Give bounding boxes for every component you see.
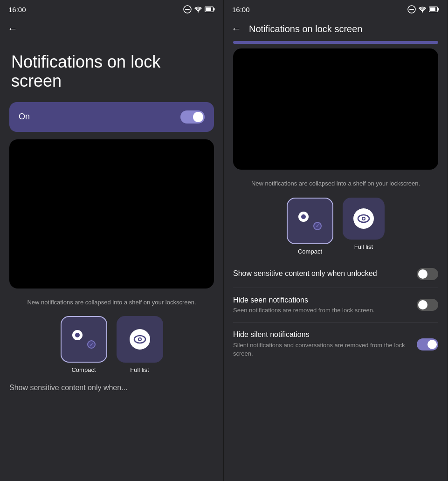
option-cards-right: ✓ Compact Full list [224,192,448,261]
setting-subtitle-hide-seen: Seen notifications are removed from the … [233,306,412,315]
full-list-card-box-left[interactable] [117,316,163,363]
cutoff-text-left: Show sensitive content only when... [0,379,223,392]
setting-row-hide-seen: Hide seen notifications Seen notificatio… [233,288,438,323]
eye-icon-wrap-left [130,329,150,350]
wifi-icon-right [418,6,427,13]
compact-icon-right: ✓ [298,212,322,230]
header-accent [233,41,438,44]
full-list-option-left[interactable]: Full list [117,316,163,373]
app-bar-left: ← [0,17,223,41]
setting-text-sensitive: Show sensitive content only when unlocke… [233,269,412,279]
app-bar-title-right: Notifications on lock screen [249,24,362,34]
compact-label-right: Compact [298,248,322,255]
toggle-hide-seen[interactable] [417,299,438,311]
option-cards-left: ✓ Compact Full list [0,310,223,379]
svg-rect-4 [214,8,215,11]
right-panel: 16:00 ← Notifications on lock screen [224,0,448,481]
dot-big-right [298,212,309,222]
dot-big-inner-right [301,214,306,219]
setting-title-hide-silent: Hide silent notifications [233,330,412,340]
setting-subtitle-hide-silent: Silent notifications and conversations a… [233,341,412,358]
setting-rows: Show sensitive content only when unlocke… [224,261,448,366]
status-icons-right [407,5,439,14]
dot-small: ✓ [87,340,96,349]
toggle-knob-sensitive [418,269,427,279]
svg-point-17 [363,218,365,220]
toggle-knob [193,112,203,122]
setting-title-sensitive: Show sensitive content only when unlocke… [233,269,412,279]
status-bar-right: 16:00 [224,0,448,17]
compact-label-left: Compact [71,366,96,373]
compact-card-box-left[interactable]: ✓ [61,316,107,363]
eye-icon-left [133,335,146,344]
check-icon: ✓ [90,342,93,347]
status-icons-left [183,5,215,14]
battery-icon [205,7,215,12]
svg-rect-5 [206,7,211,11]
preview-box-right [233,48,438,170]
description-left: New notifications are collapsed into a s… [0,294,223,311]
dot-small-right: ✓ [313,222,322,230]
dnd-icon-right [407,5,416,14]
compact-card-box-right[interactable]: ✓ [287,198,333,244]
setting-row-hide-silent: Hide silent notifications Silent notific… [233,323,438,365]
full-list-label-right: Full list [354,243,373,250]
back-button-right[interactable]: ← [231,24,241,34]
dnd-icon [183,5,192,14]
toggle-sensitive[interactable] [417,268,438,280]
full-list-card-box-right[interactable] [343,198,385,240]
preview-box-left [9,139,214,289]
compact-option-left[interactable]: ✓ Compact [61,316,107,373]
left-panel: 16:00 ← Notifications o [0,0,224,481]
compact-option-right[interactable]: ✓ Compact [287,198,333,255]
dot-big-inner [75,333,80,337]
on-toggle-switch[interactable] [180,110,205,124]
status-time-right: 16:00 [232,6,250,14]
svg-point-2 [198,11,199,12]
compact-icon: ✓ [72,330,96,349]
toggle-row[interactable]: On [9,102,214,132]
check-icon-right: ✓ [316,223,319,228]
back-button-left[interactable]: ← [7,24,18,34]
full-list-option-right[interactable]: Full list [343,198,385,255]
dot-big [72,330,83,340]
full-list-label-left: Full list [130,366,149,373]
eye-icon-right [357,214,370,223]
app-bar-right: ← Notifications on lock screen [224,17,448,41]
svg-point-11 [422,11,423,12]
setting-title-hide-seen: Hide seen notifications [233,295,412,305]
toggle-hide-silent[interactable] [417,338,438,350]
eye-icon-wrap-right [353,208,374,229]
svg-rect-14 [430,7,435,11]
svg-rect-13 [438,8,439,11]
battery-icon-right [429,7,439,12]
wifi-icon [194,6,202,13]
toggle-knob-hide-seen [418,300,427,309]
page-title-left: Notifications on lock screen [0,41,223,102]
description-right: New notifications are collapsed into a s… [224,175,448,192]
toggle-label: On [19,112,30,122]
status-time-left: 16:00 [8,6,26,14]
status-bar-left: 16:00 [0,0,223,17]
svg-point-8 [139,338,141,340]
setting-row-sensitive: Show sensitive content only when unlocke… [233,261,438,288]
setting-text-hide-silent: Hide silent notifications Silent notific… [233,330,412,358]
toggle-knob-hide-silent [427,340,437,349]
setting-text-hide-seen: Hide seen notifications Seen notificatio… [233,295,412,315]
